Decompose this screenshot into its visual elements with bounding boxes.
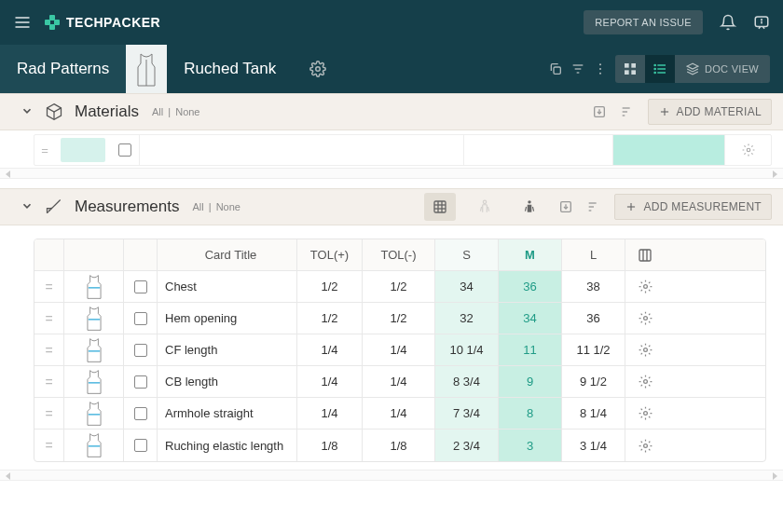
size-s-cell[interactable]: 8 3/4 [435,366,499,397]
column-settings-icon[interactable] [625,239,665,270]
drag-handle-icon[interactable]: = [34,271,64,302]
list-view-button[interactable] [645,55,675,83]
bell-icon[interactable] [720,14,736,31]
filter-icon[interactable] [570,61,585,76]
add-measurement-button[interactable]: ADD MEASUREMENT [614,194,772,220]
product-thumbnail[interactable] [126,45,167,93]
tol-plus-cell[interactable]: 1/2 [297,303,363,334]
size-l-cell[interactable]: 11 1/2 [562,334,625,365]
breadcrumb[interactable]: Rad Patterns [0,45,126,93]
table-row[interactable]: = Hem opening 1/2 1/2 32 34 36 [34,303,765,334]
row-gear-icon[interactable] [625,303,665,334]
card-title-cell[interactable]: Hem opening [158,303,297,334]
horizontal-scrollbar[interactable] [0,470,783,481]
row-gear-icon[interactable] [625,430,665,461]
size-l-cell[interactable]: 3 1/4 [562,430,625,461]
measurements-filter[interactable]: All | None [190,201,242,212]
row-gear-icon[interactable] [625,366,665,397]
size-l-cell[interactable]: 9 1/2 [562,366,625,397]
report-issue-button[interactable]: REPORT AN ISSUE [584,10,703,34]
brand-logo[interactable]: TECHPACKER [45,15,160,30]
menu-icon[interactable] [13,13,32,32]
row-checkbox[interactable] [124,271,158,302]
table-row[interactable]: = CB length 1/4 1/4 8 3/4 9 9 1/2 [34,366,765,398]
col-size-s[interactable]: S [435,239,499,270]
body-back-icon[interactable] [514,193,545,221]
drag-handle-icon[interactable]: = [34,430,64,461]
materials-filter[interactable]: All | None [150,106,202,117]
table-row[interactable]: = CF length 1/4 1/4 10 1/4 11 11 1/2 [34,334,765,366]
table-row[interactable]: = Ruching elastic length 1/8 1/8 2 3/4 3… [34,430,765,461]
size-s-cell[interactable]: 34 [435,271,499,302]
size-m-cell[interactable]: 3 [499,430,562,461]
row-checkbox[interactable] [124,366,158,397]
drag-handle-icon[interactable]: = [34,334,64,365]
tol-minus-cell[interactable]: 1/8 [363,430,435,461]
card-title-cell[interactable]: Ruching elastic length [158,430,297,461]
material-row[interactable]: = [34,134,772,166]
row-checkbox[interactable] [124,334,158,365]
tol-minus-cell[interactable]: 1/4 [363,398,435,429]
table-row[interactable]: = Armhole straight 1/4 1/4 7 3/4 8 8 1/4 [34,398,765,430]
drag-handle-icon[interactable]: = [34,303,64,334]
size-m-cell[interactable]: 11 [499,334,562,365]
tol-minus-cell[interactable]: 1/2 [363,303,435,334]
card-title-cell[interactable]: Armhole straight [158,398,297,429]
col-tol-plus[interactable]: TOL(+) [297,239,363,270]
row-gear-icon[interactable] [625,271,665,302]
download-icon[interactable] [558,199,573,214]
size-s-cell[interactable]: 2 3/4 [435,430,499,461]
size-l-cell[interactable]: 38 [562,271,625,302]
size-l-cell[interactable]: 36 [562,303,625,334]
size-m-cell[interactable]: 9 [499,366,562,397]
size-l-cell[interactable]: 8 1/4 [562,398,625,429]
tol-minus-cell[interactable]: 1/4 [363,366,435,397]
card-title-cell[interactable]: CF length [158,334,297,365]
row-checkbox[interactable] [124,430,158,461]
col-size-m[interactable]: M [499,239,562,270]
doc-view-button[interactable]: DOC VIEW [675,55,770,83]
tol-minus-cell[interactable]: 1/2 [363,271,435,302]
add-material-button[interactable]: ADD MATERIAL [648,99,772,125]
chevron-down-icon[interactable] [21,104,34,120]
tol-minus-cell[interactable]: 1/4 [363,334,435,365]
sort-icon[interactable] [620,104,635,119]
size-s-cell[interactable]: 10 1/4 [435,334,499,365]
size-s-cell[interactable]: 7 3/4 [435,398,499,429]
gear-icon[interactable] [309,61,326,77]
table-view-button[interactable] [424,193,456,221]
tol-plus-cell[interactable]: 1/8 [297,430,363,461]
grid-view-button[interactable] [615,55,645,83]
col-tol-minus[interactable]: TOL(-) [363,239,435,270]
material-checkbox[interactable] [111,143,139,157]
more-icon[interactable] [593,61,608,76]
copy-icon[interactable] [548,61,563,76]
size-m-cell[interactable]: 8 [499,398,562,429]
card-title-cell[interactable]: CB length [158,366,297,397]
row-checkbox[interactable] [124,398,158,429]
size-s-cell[interactable]: 32 [435,303,499,334]
size-m-cell[interactable]: 34 [499,303,562,334]
size-m-cell[interactable]: 36 [499,271,562,302]
row-gear-icon[interactable] [625,334,665,365]
row-checkbox[interactable] [124,303,158,334]
tol-plus-cell[interactable]: 1/2 [297,271,363,302]
drag-handle-icon[interactable]: = [34,366,64,397]
tol-plus-cell[interactable]: 1/4 [297,334,363,365]
card-title-cell[interactable]: Chest [158,271,297,302]
drag-handle-icon[interactable]: = [34,143,55,157]
tol-plus-cell[interactable]: 1/4 [297,366,363,397]
row-gear-icon[interactable] [724,135,771,165]
col-size-l[interactable]: L [562,239,625,270]
download-icon[interactable] [592,104,607,119]
row-gear-icon[interactable] [625,398,665,429]
drag-handle-icon[interactable]: = [34,398,64,429]
col-card-title[interactable]: Card Title [158,239,297,270]
tol-plus-cell[interactable]: 1/4 [297,398,363,429]
support-icon[interactable] [753,14,770,31]
sort-icon[interactable] [586,199,601,214]
table-row[interactable]: = Chest 1/2 1/2 34 36 38 [34,271,765,303]
chevron-down-icon[interactable] [21,199,34,215]
body-front-icon[interactable] [469,193,501,221]
horizontal-scrollbar[interactable] [0,168,783,179]
